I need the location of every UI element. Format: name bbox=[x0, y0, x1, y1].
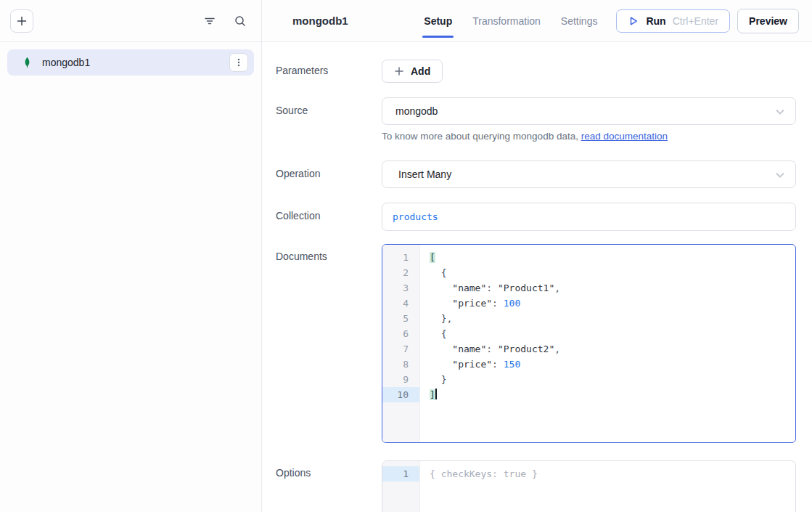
line-number: 9 bbox=[382, 372, 419, 387]
line-number: 7 bbox=[382, 341, 419, 357]
read-documentation-link[interactable]: read documentation bbox=[581, 131, 668, 142]
sidebar-toolbar bbox=[0, 0, 261, 42]
code-line: "price": 150 bbox=[430, 357, 795, 372]
plus-icon bbox=[394, 66, 404, 76]
chevron-down-icon bbox=[774, 169, 786, 181]
search-icon[interactable] bbox=[234, 15, 247, 28]
query-item-menu-button[interactable] bbox=[229, 53, 248, 72]
source-label: Source bbox=[276, 97, 382, 142]
line-number: 5 bbox=[382, 311, 419, 326]
line-number: 2 bbox=[382, 265, 419, 280]
add-query-button[interactable] bbox=[10, 9, 33, 33]
options-editor[interactable]: 1 { checkKeys: true } bbox=[382, 460, 796, 512]
run-button[interactable]: Run Ctrl+Enter bbox=[616, 9, 730, 33]
tab-setup[interactable]: Setup bbox=[424, 0, 452, 41]
setup-form: Parameters Add Source mongodb bbox=[262, 42, 812, 512]
mongodb-leaf-icon bbox=[22, 57, 33, 69]
code-line: [ bbox=[430, 250, 795, 265]
run-label: Run bbox=[646, 15, 665, 27]
code-line: "name": "Product1", bbox=[430, 280, 795, 296]
query-item-label: mongodb1 bbox=[42, 57, 90, 68]
line-number: 8 bbox=[382, 357, 419, 372]
code-line: { bbox=[430, 326, 795, 341]
operation-label: Operation bbox=[276, 160, 382, 188]
parameters-label: Parameters bbox=[276, 60, 382, 83]
code-line: { bbox=[430, 265, 795, 280]
add-parameter-label: Add bbox=[411, 65, 430, 77]
query-list: mongodb1 bbox=[0, 42, 261, 83]
code-line: } bbox=[430, 372, 795, 387]
code-line: "price": 100 bbox=[430, 296, 795, 311]
filter-icon[interactable] bbox=[203, 15, 216, 28]
query-title: mongodb1 bbox=[292, 15, 348, 27]
documents-gutter: 12345678910 bbox=[382, 245, 420, 442]
query-item-mongodb1[interactable]: mongodb1 bbox=[7, 49, 254, 76]
text-cursor bbox=[435, 389, 437, 399]
operation-select[interactable]: Insert Many bbox=[382, 160, 796, 188]
code-line: ] bbox=[430, 387, 795, 402]
add-parameter-button[interactable]: Add bbox=[382, 60, 443, 83]
plus-icon bbox=[16, 15, 28, 27]
documents-code[interactable]: [ { "name": "Product1", "price": 100 }, … bbox=[420, 245, 795, 442]
line-number: 10 bbox=[382, 387, 419, 402]
line-number: 4 bbox=[382, 296, 419, 311]
line-number: 1 bbox=[382, 250, 419, 265]
source-select[interactable]: mongodb bbox=[382, 97, 796, 125]
source-select-value: mongodb bbox=[395, 105, 438, 117]
kebab-icon bbox=[234, 57, 244, 68]
collection-input[interactable]: products bbox=[382, 203, 796, 231]
line-number: 1 bbox=[382, 466, 419, 481]
collection-value: products bbox=[393, 211, 438, 222]
preview-button[interactable]: Preview bbox=[737, 9, 799, 33]
code-line: "name": "Product2", bbox=[430, 341, 795, 357]
options-code[interactable]: { checkKeys: true } bbox=[420, 461, 795, 512]
options-placeholder: { checkKeys: true } bbox=[430, 466, 795, 481]
chevron-down-icon bbox=[774, 106, 786, 118]
options-gutter: 1 bbox=[382, 461, 420, 512]
tabs: SetupTransformationSettings bbox=[424, 0, 597, 41]
source-helper-text: To know more about querying mongodb data… bbox=[382, 131, 796, 142]
query-header: mongodb1 SetupTransformationSettings Run… bbox=[262, 0, 812, 42]
query-sidebar: mongodb1 bbox=[0, 0, 262, 512]
header-buttons: Run Ctrl+Enter Preview bbox=[616, 9, 799, 33]
play-icon bbox=[628, 15, 639, 27]
line-number: 3 bbox=[382, 280, 419, 296]
collection-label: Collection bbox=[276, 203, 382, 231]
tab-settings[interactable]: Settings bbox=[561, 0, 598, 41]
run-shortcut: Ctrl+Enter bbox=[673, 15, 718, 27]
documents-editor[interactable]: 12345678910 [ { "name": "Product1", "pri… bbox=[382, 244, 796, 443]
code-line: }, bbox=[430, 311, 795, 326]
documents-label: Documents bbox=[276, 244, 382, 443]
main-panel: mongodb1 SetupTransformationSettings Run… bbox=[262, 0, 812, 512]
operation-select-value: Insert Many bbox=[398, 168, 451, 180]
line-number: 6 bbox=[382, 326, 419, 341]
options-label: Options bbox=[276, 460, 382, 512]
tab-transformation[interactable]: Transformation bbox=[472, 0, 541, 41]
